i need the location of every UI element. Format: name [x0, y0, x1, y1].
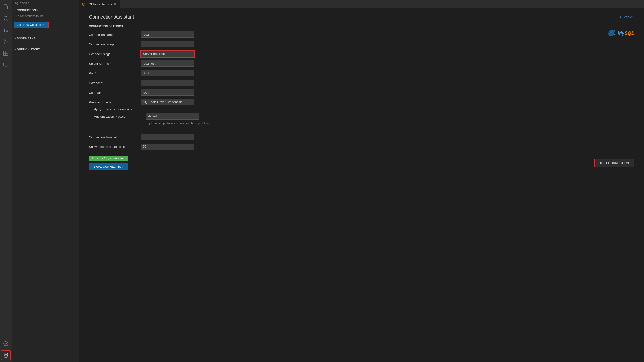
query-history-header[interactable]: ▾ QUERY HISTORY: [12, 47, 79, 52]
svg-point-14: [612, 31, 613, 32]
success-message: Successfully connected!: [89, 156, 128, 161]
svg-point-2: [6, 31, 8, 32]
content-header: Connection Assistant < Step 2/3: [89, 14, 634, 20]
tab-label: SQLTools Settings: [86, 3, 112, 6]
content-area: MySQL Connection Assistant < Step 2/3 Co…: [79, 9, 644, 362]
bookmarks-section: ▾ BOOKMARKS: [12, 35, 79, 42]
svg-rect-5: [4, 51, 6, 53]
divider-1: [12, 33, 79, 33]
svg-line-1: [7, 19, 8, 20]
query-history-label: QUERY HISTORY: [17, 48, 40, 51]
query-history-chevron: ▾: [14, 48, 16, 51]
connection-name-row: Connection name*: [89, 32, 634, 38]
source-control-icon[interactable]: [1, 25, 11, 35]
auth-protocol-input[interactable]: [146, 113, 199, 120]
show-records-input[interactable]: [141, 144, 194, 150]
mysql-logo-text: MySQL: [618, 31, 634, 36]
show-records-row: Show records default limit: [89, 144, 634, 150]
password-mode-input[interactable]: [141, 99, 194, 105]
port-input[interactable]: [141, 70, 194, 76]
connections-header[interactable]: ▾ CONNECTIONS: [12, 8, 79, 13]
svg-marker-4: [4, 40, 8, 44]
driver-section: MySQL driver specific options Authentica…: [89, 109, 634, 130]
mysql-dolphin-icon: [606, 28, 616, 39]
connection-group-input[interactable]: [141, 41, 194, 47]
bookmarks-chevron: ▾: [14, 37, 16, 40]
extensions-icon[interactable]: [1, 48, 11, 58]
mysql-logo: MySQL: [606, 28, 634, 39]
port-row: Port*: [89, 70, 634, 76]
connections-chevron: ▾: [14, 9, 16, 12]
connection-form: Connection name* Connection group Connec…: [89, 32, 634, 150]
database-icon[interactable]: [1, 350, 11, 360]
tab-close-button[interactable]: ✕: [114, 2, 117, 6]
app-title: SQLTOOLS: [12, 0, 79, 7]
test-connection-button[interactable]: TEST CONNECTION: [594, 159, 634, 167]
svg-point-13: [4, 353, 8, 354]
username-input[interactable]: [141, 89, 194, 96]
show-records-label: Show records default limit: [89, 145, 137, 149]
auth-protocol-hint: Try to switch protocols in case you have…: [146, 122, 629, 125]
query-history-section: ▾ QUERY HISTORY: [12, 46, 79, 53]
gear-icon[interactable]: [1, 339, 11, 348]
activity-bar: [0, 0, 12, 362]
server-address-input[interactable]: [141, 60, 194, 67]
svg-rect-9: [4, 63, 8, 66]
connection-name-input[interactable]: [141, 32, 194, 38]
divider-2: [12, 44, 79, 44]
connect-using-label: Connect using*: [89, 52, 137, 56]
svg-rect-6: [6, 51, 8, 53]
remote-icon[interactable]: [1, 60, 11, 70]
server-address-row: Server Address*: [89, 60, 634, 67]
add-connection-button[interactable]: Add New Connection: [14, 22, 48, 28]
connect-using-input[interactable]: [141, 51, 194, 57]
auth-protocol-label: Authentication Protocol: [94, 115, 142, 118]
connection-timeout-input[interactable]: [141, 134, 194, 140]
password-mode-row: Password mode: [89, 99, 634, 105]
svg-point-12: [5, 343, 6, 344]
connection-timeout-label: Connection Timeout: [89, 135, 137, 139]
database-input[interactable]: [141, 80, 194, 86]
connection-group-label: Connection group: [89, 43, 137, 46]
tab-bar: ⬡ SQLTools Settings ✕: [79, 0, 644, 9]
step-indicator: < Step 2/3: [619, 15, 634, 19]
connection-timeout-row: Connection Timeout: [89, 134, 634, 140]
username-label: Username*: [89, 91, 137, 95]
username-row: Username*: [89, 89, 634, 96]
server-address-label: Server Address*: [89, 62, 137, 66]
database-row: Database*: [89, 80, 634, 86]
sqltools-settings-tab[interactable]: ⬡ SQLTools Settings ✕: [79, 0, 120, 9]
left-actions: Successfully connected! SAVE CONNECTION: [89, 156, 128, 170]
save-connection-button[interactable]: SAVE CONNECTION: [89, 163, 128, 170]
connect-using-row: Connect using*: [89, 51, 634, 57]
connection-group-row: Connection group: [89, 41, 634, 47]
connection-name-label: Connection name*: [89, 33, 137, 37]
search-icon[interactable]: [1, 14, 11, 23]
auth-protocol-row: Authentication Protocol: [94, 113, 629, 120]
driver-section-title: MySQL driver specific options: [92, 108, 133, 111]
step-back-button[interactable]: <: [619, 15, 621, 19]
password-mode-label: Password mode: [89, 101, 137, 104]
svg-point-3: [4, 28, 5, 30]
bookmarks-label: BOOKMARKS: [17, 37, 36, 40]
main-area: ⬡ SQLTools Settings ✕ MySQL Connection A…: [79, 0, 644, 362]
step-label: Step 2/3: [623, 15, 634, 19]
bottom-actions: Successfully connected! SAVE CONNECTION …: [89, 156, 634, 170]
bookmarks-header[interactable]: ▾ BOOKMARKS: [12, 36, 79, 41]
connection-settings-label: Connection Settings: [89, 25, 634, 28]
database-label: Database*: [89, 81, 137, 85]
port-label: Port*: [89, 72, 137, 75]
page-title: Connection Assistant: [89, 14, 134, 20]
files-icon[interactable]: [1, 2, 11, 12]
run-debug-icon[interactable]: [1, 37, 11, 46]
no-connections-text: No connections found.: [12, 13, 79, 20]
connections-section: ▾ CONNECTIONS No connections found. Add …: [12, 7, 79, 31]
svg-point-0: [4, 17, 8, 20]
svg-rect-8: [6, 53, 8, 55]
tab-icon: ⬡: [82, 2, 85, 6]
svg-rect-7: [4, 53, 6, 55]
connections-label: CONNECTIONS: [17, 9, 38, 12]
sidebar: SQLTOOLS ▾ CONNECTIONS No connections fo…: [12, 0, 79, 362]
